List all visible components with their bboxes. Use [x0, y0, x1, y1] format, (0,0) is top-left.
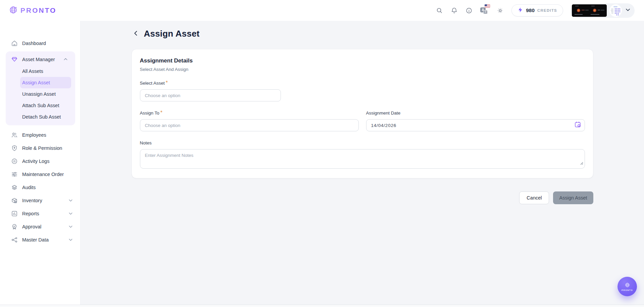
fab-label: PRONTO	[622, 289, 633, 291]
sidebar-item-approval[interactable]: Approval	[0, 220, 80, 233]
calendar-search-icon	[574, 121, 581, 129]
shield-person-icon	[11, 145, 18, 151]
translate-letter-cjk: 文	[483, 10, 488, 14]
notifications-button[interactable]	[451, 7, 458, 14]
assignment-date-input[interactable]	[366, 119, 585, 131]
employees-icon	[11, 132, 18, 138]
pronto-globe-icon	[625, 282, 630, 289]
sidebar-item-unassign-asset[interactable]: Unassign Asset	[6, 88, 75, 100]
header-actions: A 文 980 CREDITS	[436, 3, 635, 18]
bar-chart-icon	[11, 210, 18, 217]
sidebar-item-asset-manager[interactable]: Asset Manager	[6, 53, 75, 65]
brand-logo[interactable]: PRONTO	[9, 5, 56, 16]
chevron-down-icon	[68, 211, 73, 216]
sidebar-item-label: Asset Manager	[22, 57, 55, 62]
notes-label: Notes	[140, 140, 152, 145]
data-nodes-icon	[11, 236, 18, 243]
sidebar-item-inventory[interactable]: Inventory	[0, 194, 80, 207]
pronto-floating-button[interactable]: PRONTO	[617, 277, 637, 296]
info-icon	[465, 7, 473, 14]
sidebar-item-dashboard[interactable]: Dashboard	[0, 37, 80, 50]
sidebar-item-label: Activity Logs	[22, 159, 49, 164]
assignment-date-field: Assignment Date	[366, 110, 585, 131]
sidebar-item-label: Attach Sub Asset	[22, 103, 59, 108]
card-subtitle: Select Asset And Assign	[140, 67, 585, 72]
sidebar-item-label: Master Data	[22, 237, 49, 243]
sidebar-item-all-assets[interactable]: All Assets	[6, 65, 75, 77]
cancel-button[interactable]: Cancel	[519, 191, 549, 204]
layers-icon	[11, 184, 18, 191]
card-title: Assignment Details	[140, 57, 585, 64]
select-asset-input[interactable]	[140, 89, 281, 101]
sidebar-item-label: Approval	[22, 224, 41, 229]
sidebar-item-label: Role & Permission	[22, 145, 62, 151]
top-header: PRONTO	[0, 0, 644, 21]
required-asterisk: *	[160, 110, 162, 116]
sidebar-item-assign-asset[interactable]: Assign Asset	[20, 77, 71, 88]
sidebar-item-role-permission[interactable]: Role & Permission	[0, 141, 80, 155]
assign-to-field: Assign To*	[140, 110, 359, 131]
assign-to-input[interactable]	[140, 119, 359, 131]
chevron-down-icon	[68, 198, 73, 203]
main-content: Assign Asset Assignment Details Select A…	[81, 21, 644, 305]
sidebar-item-label: Maintenance Order	[22, 172, 64, 177]
lightning-bolt-icon	[517, 7, 523, 14]
chevron-down-icon	[68, 224, 73, 229]
sun-icon	[497, 7, 504, 14]
theme-toggle-button[interactable]	[497, 7, 504, 14]
assign-to-label: Assign To	[140, 111, 159, 116]
language-button[interactable]: A 文	[480, 6, 489, 14]
credits-value: 980	[526, 7, 535, 13]
brand-name: PRONTO	[20, 6, 56, 14]
sidebar-item-activity-logs[interactable]: Activity Logs	[0, 155, 80, 168]
sidebar-group-asset-manager: Asset Manager All Assets Assign Asset Un…	[6, 51, 75, 125]
search-icon	[436, 7, 443, 14]
sidebar-item-detach-sub-asset[interactable]: Detach Sub Asset	[6, 111, 75, 123]
notes-textarea[interactable]	[140, 149, 585, 169]
pronto-globe-icon	[9, 5, 18, 16]
assign-asset-button[interactable]: Assign Asset	[553, 191, 593, 204]
sidebar-item-label: Assign Asset	[22, 80, 50, 85]
select-asset-label: Select Asset	[140, 81, 165, 86]
assignment-date-label: Assignment Date	[366, 111, 401, 116]
horizontal-scrollbar-track[interactable]	[0, 305, 644, 307]
asset-manager-icon	[11, 56, 18, 63]
page-title: Assign Asset	[144, 29, 200, 39]
help-button[interactable]	[465, 7, 473, 14]
sidebar-item-label: Dashboard	[22, 41, 46, 46]
chevron-down-icon	[68, 237, 73, 243]
inventory-box-icon	[11, 197, 18, 204]
credits-badge[interactable]: 980 CREDITS	[511, 4, 563, 16]
home-icon	[11, 40, 18, 47]
sidebar-item-label: All Assets	[22, 69, 43, 74]
sidebar-item-attach-sub-asset[interactable]: Attach Sub Asset	[6, 100, 75, 111]
sidebar-item-employees[interactable]: Employees	[0, 128, 80, 141]
sidebar-item-label: Employees	[22, 132, 46, 138]
sidebar-item-label: Audits	[22, 185, 36, 190]
sidebar-nav: Dashboard Asset Manager All Assets	[0, 21, 81, 305]
promo-thumbnail	[572, 4, 607, 17]
date-picker-button[interactable]	[574, 121, 581, 129]
translate-icon: A 文	[480, 6, 489, 14]
sidebar-item-label: Unassign Asset	[22, 91, 56, 97]
check-badge-icon	[11, 223, 18, 230]
us-flag-icon	[485, 4, 490, 8]
sidebar-item-label: Detach Sub Asset	[22, 114, 61, 120]
search-button[interactable]	[436, 7, 443, 14]
sidebar-item-label: Inventory	[22, 198, 42, 203]
back-button[interactable]	[132, 30, 140, 38]
select-asset-field: Select Asset*	[140, 80, 281, 101]
sliders-icon	[11, 171, 18, 178]
sidebar-item-master-data[interactable]: Master Data	[0, 233, 80, 246]
activity-logs-icon	[11, 158, 18, 165]
chevron-up-icon	[63, 56, 68, 62]
sidebar-item-audits[interactable]: Audits	[0, 181, 80, 194]
sidebar-item-reports[interactable]: Reports	[0, 207, 80, 220]
account-menu[interactable]	[571, 3, 635, 18]
user-avatar	[609, 4, 622, 17]
sidebar-item-maintenance-order[interactable]: Maintenance Order	[0, 168, 80, 181]
notes-field: Notes	[140, 140, 585, 169]
sidebar-item-label: Reports	[22, 211, 39, 216]
chevron-left-icon	[132, 30, 140, 38]
bell-icon	[451, 7, 458, 14]
